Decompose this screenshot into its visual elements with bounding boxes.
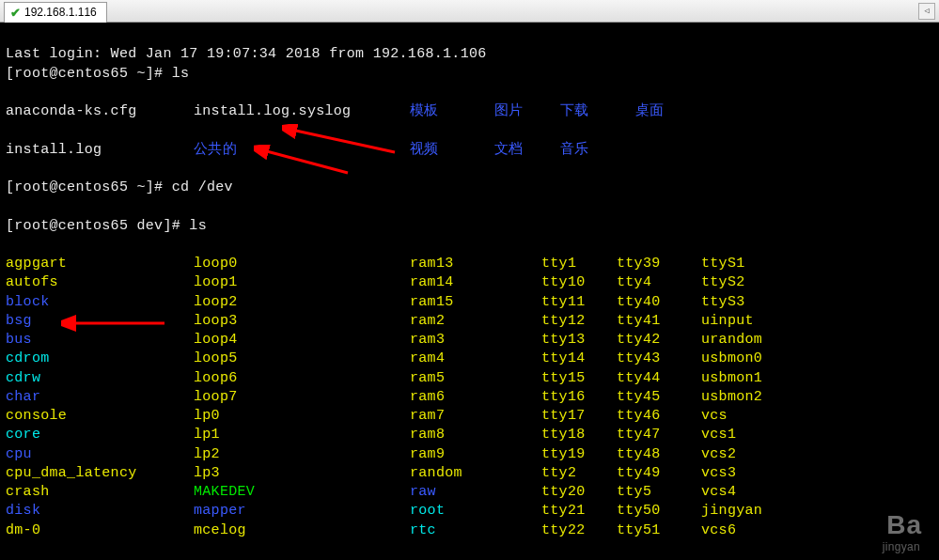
dev-entry: vcs6 <box>701 521 805 540</box>
tab-label: 192.168.1.116 <box>24 6 97 19</box>
ls-output-row: anaconda-ks.cfginstall.log.syslog模板图片下载桌… <box>6 102 933 121</box>
dev-row: autofsloop1ram14tty10tty4ttyS2 <box>6 273 933 292</box>
dev-entry: ram8 <box>410 426 541 444</box>
command-ls: ls <box>172 66 190 82</box>
connection-tab[interactable]: ✔ 192.168.1.116 <box>4 2 107 23</box>
dev-entry: tty44 <box>617 369 701 388</box>
dev-entry: loop7 <box>194 388 410 407</box>
dev-entry: urandom <box>701 331 805 350</box>
dev-entry: ram14 <box>410 273 541 292</box>
dev-entry: loop1 <box>194 273 410 292</box>
dev-entry: ram5 <box>410 369 541 388</box>
dev-entry: loop3 <box>194 312 410 331</box>
dev-row: charloop7ram6tty16tty45usbmon2 <box>6 388 933 407</box>
dev-entry: vcs <box>701 407 805 426</box>
dev-entry: vcs1 <box>701 426 805 444</box>
dev-row: diskmapperroottty21tty50jingyan <box>6 502 933 521</box>
dev-entry: lp1 <box>194 426 410 444</box>
dev-entry: ram13 <box>410 255 541 273</box>
dev-entry: lp3 <box>194 464 410 483</box>
prompt: [root@centos65 ~]# <box>6 179 172 195</box>
dev-entry: tty10 <box>541 273 617 292</box>
prompt: [root@centos65 ~]# <box>6 66 172 82</box>
tabs-dropdown-button[interactable]: ◁ <box>918 3 935 20</box>
dev-entry: tty20 <box>541 483 617 502</box>
dev-entry: usbmon2 <box>701 388 805 407</box>
dev-entry: tty12 <box>541 312 617 331</box>
dev-entry: ram6 <box>410 388 541 407</box>
dev-row: consolelp0ram7tty17tty46vcs <box>6 407 933 426</box>
dev-entry: tty5 <box>617 483 701 502</box>
dev-entry: mcelog <box>194 521 410 540</box>
dev-entry: tty47 <box>617 426 701 444</box>
dev-entry: loop5 <box>194 350 410 368</box>
dev-entry: crash <box>6 483 194 502</box>
dev-row: dm-0mcelogrtctty22tty51vcs6 <box>6 521 933 540</box>
dev-entry: tty45 <box>617 388 701 407</box>
dev-entry: tty15 <box>541 369 617 388</box>
dev-entry: bus <box>6 331 194 350</box>
prompt: [root@centos65 dev]# <box>6 218 189 234</box>
dev-entry: tty11 <box>541 293 617 312</box>
dev-row: corelp1ram8tty18tty47vcs1 <box>6 426 933 444</box>
dev-entry: loop4 <box>194 331 410 350</box>
dev-entry: tty1 <box>541 255 617 273</box>
watermark: Ba <box>886 507 922 543</box>
terminal-output[interactable]: Last login: Wed Jan 17 19:07:34 2018 fro… <box>0 23 939 560</box>
dev-entry: tty2 <box>541 464 617 483</box>
dev-entry: dm-0 <box>6 521 194 540</box>
watermark-sub: jingyan <box>883 539 920 554</box>
dev-entry: MAKEDEV <box>194 483 410 502</box>
dev-entry: ttyS3 <box>701 293 805 312</box>
dev-entry: tty14 <box>541 350 617 368</box>
dev-entry: tty4 <box>617 273 701 292</box>
dev-entry: loop0 <box>194 255 410 273</box>
dev-entry: bsg <box>6 312 194 331</box>
dev-entry: lp2 <box>194 445 410 464</box>
dev-entry: tty18 <box>541 426 617 444</box>
dev-row: busloop4ram3tty13tty42urandom <box>6 331 933 350</box>
dev-entry: tty41 <box>617 312 701 331</box>
dev-row: bsgloop3ram2tty12tty41uinput <box>6 312 933 331</box>
dev-entry: root <box>410 502 541 521</box>
dev-entry: ram3 <box>410 331 541 350</box>
dev-entry: tty48 <box>617 445 701 464</box>
dev-entry: disk <box>6 502 194 521</box>
dev-entry: cdrw <box>6 369 194 388</box>
dev-entry: tty21 <box>541 502 617 521</box>
dev-entry: raw <box>410 483 541 502</box>
dev-entry: tty39 <box>617 255 701 273</box>
dev-entry: autofs <box>6 273 194 292</box>
dev-entry: char <box>6 388 194 407</box>
dev-entry: ram7 <box>410 407 541 426</box>
dev-entry: tty16 <box>541 388 617 407</box>
dev-row: agpgartloop0ram13tty1tty39ttyS1 <box>6 255 933 273</box>
dev-entry: loop6 <box>194 369 410 388</box>
dev-entry: tty13 <box>541 331 617 350</box>
dev-entry: ram15 <box>410 293 541 312</box>
dev-entry: block <box>6 293 194 312</box>
connected-icon: ✔ <box>10 6 21 20</box>
dev-row: cdrwloop6ram5tty15tty44usbmon1 <box>6 369 933 388</box>
dev-entry: uinput <box>701 312 805 331</box>
last-login-line: Last login: Wed Jan 17 19:07:34 2018 fro… <box>6 46 487 62</box>
dev-entry: vcs2 <box>701 445 805 464</box>
dev-entry: tty40 <box>617 293 701 312</box>
dev-entry: mapper <box>194 502 410 521</box>
dev-entry: ram4 <box>410 350 541 368</box>
dev-entry: cdrom <box>6 350 194 368</box>
dev-entry: cpu <box>6 445 194 464</box>
dev-entry: console <box>6 407 194 426</box>
dev-entry: rtc <box>410 521 541 540</box>
chevron-left-icon: ◁ <box>924 6 929 16</box>
dev-entry: core <box>6 426 194 444</box>
dev-entry: tty22 <box>541 521 617 540</box>
dev-entry: tty49 <box>617 464 701 483</box>
dev-entry: vcs4 <box>701 483 805 502</box>
dev-entry: tty46 <box>617 407 701 426</box>
dev-entry: tty42 <box>617 331 701 350</box>
dev-entry: loop2 <box>194 293 410 312</box>
dev-entry: agpgart <box>6 255 194 273</box>
dev-entry: random <box>410 464 541 483</box>
dev-row: blockloop2ram15tty11tty40ttyS3 <box>6 293 933 312</box>
